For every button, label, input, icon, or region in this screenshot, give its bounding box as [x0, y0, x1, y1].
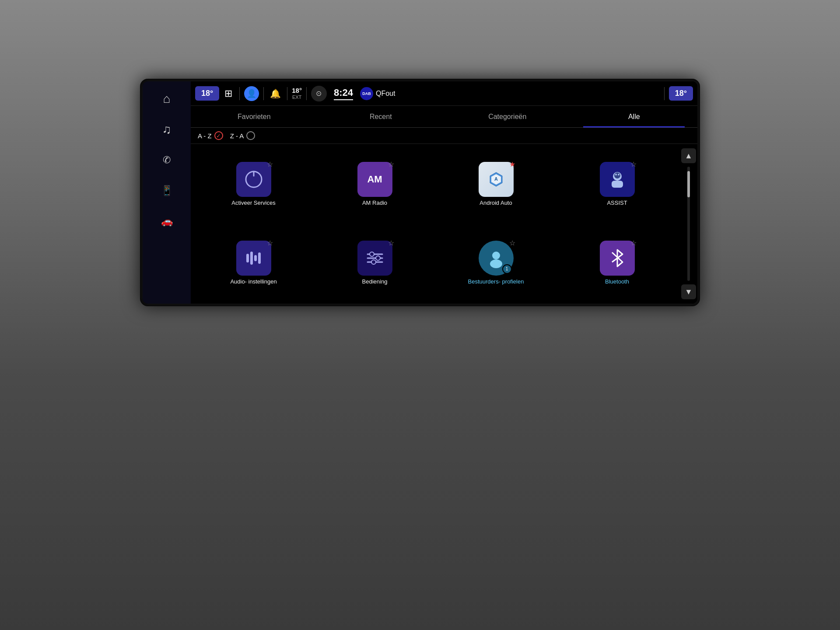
- avatar-icon: 👤: [247, 89, 256, 98]
- app-icon-wrapper-audio: ☆: [236, 241, 271, 276]
- time-display: 8:24: [334, 87, 353, 100]
- app-bestuurders[interactable]: 1 ☆ Bestuurders- profielen: [438, 226, 554, 301]
- mobile-icon: 📱: [161, 185, 173, 196]
- divider-5: [664, 87, 665, 100]
- ext-label: EXT: [292, 94, 301, 100]
- star-assist[interactable]: ☆: [630, 160, 637, 168]
- sidebar-item-home[interactable]: ⌂: [149, 85, 184, 113]
- app-icon-wrapper-bestuurders: 1 ☆: [479, 241, 514, 276]
- avatar[interactable]: 👤: [244, 86, 259, 101]
- app-label-bestuurders: Bestuurders- profielen: [468, 278, 524, 286]
- chevron-up-icon: ▲: [685, 151, 693, 161]
- svg-point-9: [618, 174, 620, 175]
- scroll-down-button[interactable]: ▼: [681, 284, 696, 299]
- app-icon-wrapper-am: AM ☆: [357, 162, 392, 197]
- svg-rect-11: [250, 252, 253, 265]
- tab-alle[interactable]: Alle: [571, 106, 698, 127]
- assist-icon: [600, 162, 635, 197]
- scroll-thumb[interactable]: [687, 171, 690, 197]
- tab-recent[interactable]: Recent: [318, 106, 444, 127]
- app-icon-wrapper-bluetooth: ☆: [600, 241, 635, 276]
- svg-point-18: [376, 256, 380, 260]
- sort-za-label: Z - A: [230, 132, 244, 140]
- screen-outer: ⌂ ♫ ✆ 📱 🚗 18° ⊞: [140, 79, 700, 306]
- star-bestuurders[interactable]: ☆: [509, 239, 515, 247]
- app-label-bediening: Bediening: [362, 278, 388, 286]
- ext-temp-value: 18°: [292, 87, 302, 94]
- scroll-track: [687, 167, 690, 281]
- svg-point-8: [615, 174, 617, 175]
- scroll-controls: ▲ ▼: [680, 144, 697, 304]
- sidebar: ⌂ ♫ ✆ 📱 🚗: [143, 81, 191, 304]
- bell-icon[interactable]: 🔔: [268, 88, 283, 99]
- star-bediening[interactable]: ☆: [388, 239, 394, 247]
- am-radio-icon: AM: [357, 162, 392, 197]
- bediening-icon: [357, 241, 392, 276]
- apps-grid: ☆ Activeer Services AM ☆ AM Radio: [191, 144, 680, 304]
- gps-icon[interactable]: ⊙: [311, 86, 327, 102]
- sort-az[interactable]: A - Z ✓: [198, 131, 223, 140]
- star-bluetooth[interactable]: ☆: [630, 239, 637, 247]
- app-label-activeer: Activeer Services: [231, 200, 275, 207]
- app-bluetooth[interactable]: ☆ Bluetooth: [559, 226, 676, 301]
- sidebar-item-mobile[interactable]: 📱: [149, 177, 184, 205]
- divider-1: [239, 87, 240, 100]
- temp-right-badge[interactable]: 18°: [669, 86, 693, 101]
- svg-point-21: [490, 259, 502, 268]
- android-auto-icon: A: [479, 162, 514, 197]
- app-android-auto[interactable]: A ★ Android Auto: [438, 147, 554, 222]
- bluetooth-icon: [600, 241, 635, 276]
- divider-3: [287, 87, 287, 100]
- sort-bar: A - Z ✓ Z - A: [191, 128, 697, 144]
- app-label-android: Android Auto: [480, 200, 512, 207]
- svg-rect-12: [254, 255, 257, 261]
- svg-point-19: [371, 260, 376, 264]
- main-content: 18° ⊞ 👤 🔔 18° EXT ⊙: [191, 81, 697, 304]
- star-activeer[interactable]: ☆: [267, 160, 273, 168]
- svg-rect-6: [612, 181, 623, 188]
- svg-rect-10: [246, 254, 249, 262]
- sort-az-check: ✓: [214, 131, 223, 140]
- app-audio-instellingen[interactable]: ☆ Audio- instellingen: [195, 226, 312, 301]
- infotainment-screen: ⌂ ♫ ✆ 📱 🚗 18° ⊞: [143, 81, 697, 304]
- app-icon-wrapper-assist: ☆: [600, 162, 635, 197]
- activeer-icon: [236, 162, 271, 197]
- app-am-radio[interactable]: AM ☆ AM Radio: [316, 147, 433, 222]
- star-android[interactable]: ★: [509, 160, 515, 168]
- sidebar-item-music[interactable]: ♫: [149, 116, 184, 144]
- radio-label: DAB: [362, 91, 371, 96]
- star-am[interactable]: ☆: [388, 160, 394, 168]
- app-icon-wrapper-android: A ★: [479, 162, 514, 197]
- app-label-assist: ASSIST: [607, 200, 627, 207]
- grid-button[interactable]: ⊞: [222, 88, 235, 99]
- svg-point-17: [370, 252, 374, 256]
- app-icon-wrapper-bediening: ☆: [357, 241, 392, 276]
- app-label-am: AM Radio: [362, 200, 387, 207]
- app-activeer-services[interactable]: ☆ Activeer Services: [195, 147, 312, 222]
- star-audio[interactable]: ☆: [267, 239, 273, 247]
- sidebar-item-phone[interactable]: ✆: [149, 146, 184, 174]
- app-bediening[interactable]: ☆ Bediening: [316, 226, 433, 301]
- scroll-up-button[interactable]: ▲: [681, 148, 696, 163]
- app-icon-wrapper-activeer: ☆: [236, 162, 271, 197]
- music-icon: ♫: [162, 122, 172, 136]
- temp-left-badge[interactable]: 18°: [195, 86, 219, 101]
- status-bar: 18° ⊞ 👤 🔔 18° EXT ⊙: [191, 81, 697, 106]
- tab-favorieten[interactable]: Favorieten: [191, 106, 318, 127]
- apps-container: ☆ Activeer Services AM ☆ AM Radio: [191, 144, 697, 304]
- divider-2: [263, 87, 264, 100]
- station-name[interactable]: QFout: [376, 90, 395, 98]
- app-assist[interactable]: ☆ ASSIST: [559, 147, 676, 222]
- user-count-badge: 1: [502, 264, 512, 274]
- ext-temp: 18° EXT: [292, 87, 302, 100]
- sort-za-circle: [246, 131, 255, 140]
- nav-tabs: Favorieten Recent Categorieën Alle: [191, 106, 697, 128]
- audio-icon: [236, 241, 271, 276]
- car-icon: 🚗: [161, 216, 173, 227]
- sort-za[interactable]: Z - A: [230, 131, 256, 140]
- tab-categorieen[interactable]: Categorieën: [444, 106, 571, 127]
- sort-az-label: A - Z: [198, 132, 212, 140]
- phone-icon: ✆: [163, 154, 171, 166]
- radio-badge: DAB: [360, 87, 373, 100]
- sidebar-item-car[interactable]: 🚗: [149, 207, 184, 235]
